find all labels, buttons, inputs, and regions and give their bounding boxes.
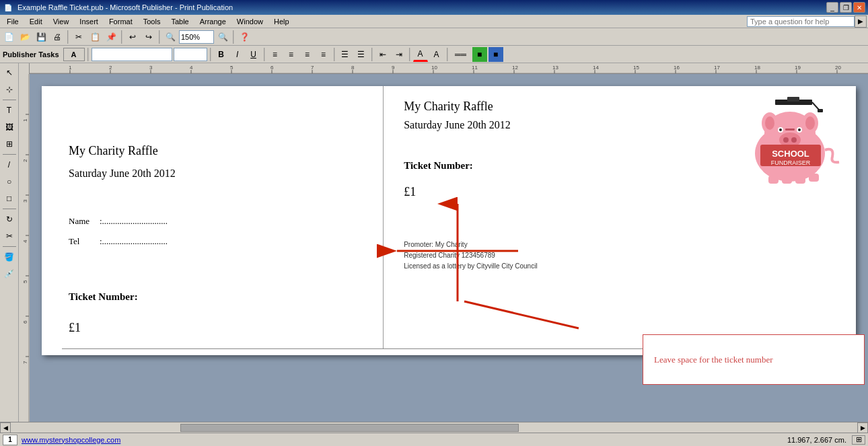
separator-3 [159, 30, 160, 44]
scrollbar-h-track[interactable] [11, 423, 857, 433]
rect-tool[interactable]: □ [1, 190, 17, 207]
separator-4 [233, 30, 234, 44]
pig-svg: SCHOOL FUNDRAISER [735, 96, 842, 184]
status-icon: ⊞ [852, 435, 865, 445]
eyedropper-tool[interactable]: 💉 [1, 266, 17, 282]
font-name-input[interactable] [92, 48, 172, 61]
svg-point-65 [765, 116, 774, 130]
green-square-button[interactable]: ■ [472, 47, 487, 62]
svg-text:6: 6 [22, 320, 28, 324]
workspace: ↖ ⊹ T 🖼 ⊞ / ○ □ ↻ ✂ 🪣 💉 [0, 63, 868, 446]
page-number[interactable]: 1 [3, 435, 17, 445]
stub-name-label: Name [69, 216, 96, 227]
zoom-out-button[interactable]: 🔍 [163, 30, 178, 44]
font-size-input[interactable] [174, 48, 207, 61]
menu-window[interactable]: Window [231, 16, 268, 27]
font-size-quick[interactable]: A [63, 48, 85, 61]
menu-table[interactable]: Table [166, 16, 194, 27]
separator-2 [121, 30, 122, 44]
line-tool[interactable]: / [1, 157, 17, 173]
svg-text:2: 2 [22, 159, 28, 162]
left-toolbar: ↖ ⊹ T 🖼 ⊞ / ○ □ ↻ ✂ 🪣 💉 [0, 63, 19, 422]
publisher-tasks-label: Publisher Tasks [3, 50, 59, 59]
menu-format[interactable]: Format [104, 16, 138, 27]
window-controls: _ ❐ ✕ [826, 2, 865, 13]
svg-text:14: 14 [593, 65, 599, 71]
font-color-button[interactable]: A [413, 47, 428, 62]
increase-indent-button[interactable]: ⇥ [392, 47, 406, 62]
svg-text:1: 1 [69, 65, 72, 71]
paint-bucket[interactable]: 🪣 [1, 249, 17, 265]
svg-text:17: 17 [714, 65, 720, 71]
svg-rect-75 [785, 128, 795, 131]
help-go-button[interactable]: ▶ [855, 15, 867, 28]
italic-button[interactable]: I [230, 47, 245, 62]
new-button[interactable]: 📄 [1, 30, 16, 44]
open-button[interactable]: 📂 [17, 30, 32, 44]
pointer-tool[interactable]: ↖ [1, 65, 17, 81]
svg-text:FUNDRAISER: FUNDRAISER [771, 159, 811, 166]
ticket-stub: My Charity Raffle Saturday June 20th 201… [42, 86, 384, 348]
crop-tool[interactable]: ✂ [1, 228, 17, 244]
align-left-button[interactable]: ≡ [268, 47, 283, 62]
align-center-button[interactable]: ≡ [284, 47, 299, 62]
scroll-left-button[interactable]: ◀ [0, 422, 11, 433]
bold-button[interactable]: B [214, 47, 229, 62]
image-tool[interactable]: 🖼 [1, 119, 17, 135]
status-link[interactable]: www.mysteryshopcollege.com [22, 436, 120, 444]
svg-text:15: 15 [633, 65, 639, 71]
text-tool[interactable]: T [1, 102, 17, 118]
table-tool[interactable]: ⊞ [1, 136, 17, 152]
menu-arrange[interactable]: Arrange [194, 16, 231, 27]
minimize-button[interactable]: _ [826, 2, 838, 13]
svg-text:5: 5 [230, 65, 233, 71]
blue-square-button[interactable]: ■ [489, 47, 503, 62]
print-button[interactable]: 🖨 [50, 30, 65, 44]
formatting-toolbar: Publisher Tasks A B I U ≡ ≡ ≡ ≡ ☰ ☰ ⇤ ⇥ … [0, 46, 868, 63]
styles-button[interactable]: ══ [451, 47, 471, 62]
main-price: £1 [404, 185, 836, 199]
close-button[interactable]: ✕ [853, 2, 865, 13]
scroll-right-button[interactable]: ▶ [857, 422, 868, 433]
scrollbar-h[interactable]: ◀ ▶ [0, 422, 868, 433]
underline-button[interactable]: U [246, 47, 261, 62]
select-tool[interactable]: ⊹ [1, 81, 17, 98]
restore-button[interactable]: ❐ [840, 2, 852, 13]
zoom-level[interactable]: 150% [179, 30, 214, 44]
undo-button[interactable]: ↩ [125, 30, 140, 44]
bullets-button[interactable]: ☰ [338, 47, 353, 62]
lt-sep-2 [3, 154, 16, 155]
menu-help[interactable]: Help [268, 16, 295, 27]
redo-button[interactable]: ↪ [141, 30, 156, 44]
standard-toolbar: 📄 📂 💾 🖨 ✂ 📋 📌 ↩ ↪ 🔍 150% 🔍 ❓ [0, 28, 868, 46]
sep-fmt-2 [210, 48, 211, 61]
ruler-left: 1 2 3 4 5 6 7 [19, 74, 30, 422]
svg-text:18: 18 [754, 65, 760, 71]
stub-title: My Charity Raffle [69, 144, 363, 158]
svg-text:2: 2 [109, 65, 112, 71]
menu-edit[interactable]: Edit [24, 16, 48, 27]
save-button[interactable]: 💾 [34, 30, 48, 44]
align-justify-button[interactable]: ≡ [316, 47, 331, 62]
rotate-tool[interactable]: ↻ [1, 211, 17, 227]
align-right-button[interactable]: ≡ [300, 47, 315, 62]
highlight-button[interactable]: A [429, 47, 444, 62]
oval-tool[interactable]: ○ [1, 174, 17, 190]
numbering-button[interactable]: ☰ [354, 47, 369, 62]
copy-button[interactable]: 📋 [87, 30, 102, 44]
menu-file[interactable]: File [1, 16, 24, 27]
stub-price: £1 [69, 321, 363, 335]
paste-button[interactable]: 📌 [104, 30, 118, 44]
svg-rect-0 [30, 63, 868, 73]
cut-button[interactable]: ✂ [71, 30, 86, 44]
scrollbar-h-thumb[interactable] [180, 424, 519, 432]
decrease-indent-button[interactable]: ⇤ [375, 47, 390, 62]
menu-insert[interactable]: Insert [74, 16, 104, 27]
help-button[interactable]: ❓ [237, 30, 252, 44]
zoom-in-button[interactable]: 🔍 [215, 30, 230, 44]
svg-point-69 [779, 128, 782, 131]
help-input[interactable] [747, 16, 855, 27]
menu-tools[interactable]: Tools [138, 16, 166, 27]
menu-view[interactable]: View [48, 16, 75, 27]
svg-rect-76 [768, 176, 779, 184]
